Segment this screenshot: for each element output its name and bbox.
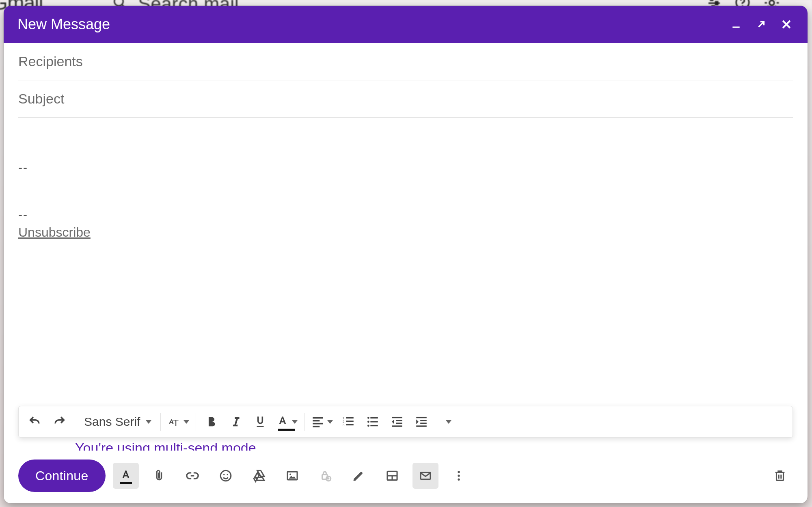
- subject-input[interactable]: [18, 91, 793, 107]
- svg-text:3: 3: [343, 423, 345, 427]
- svg-rect-5: [710, 0, 713, 0]
- svg-rect-26: [371, 417, 378, 419]
- compose-titlebar: New Message: [4, 6, 808, 43]
- unsubscribe-link[interactable]: Unsubscribe: [18, 225, 91, 240]
- numbered-list-button[interactable]: 123: [336, 410, 361, 434]
- svg-rect-36: [417, 425, 427, 427]
- svg-rect-6: [716, 2, 718, 4]
- font-name: Sans Serif: [84, 415, 140, 429]
- svg-point-24: [367, 421, 369, 423]
- svg-rect-33: [417, 417, 427, 418]
- chevron-down-icon: [446, 420, 451, 424]
- svg-rect-20: [346, 417, 354, 419]
- chevron-down-icon: [292, 420, 298, 424]
- multi-send-button[interactable]: [412, 463, 438, 489]
- svg-rect-31: [396, 423, 403, 424]
- more-formatting-button[interactable]: [441, 410, 457, 434]
- message-body[interactable]: -- -- Unsubscribe: [18, 118, 793, 402]
- insert-photo-button[interactable]: [279, 463, 305, 489]
- formatting-toolbar: Sans Serif T: [18, 406, 793, 438]
- text-color-button[interactable]: [272, 410, 301, 434]
- signature-separator-2: --: [18, 208, 786, 222]
- indent-increase-button[interactable]: [409, 410, 434, 434]
- svg-point-49: [458, 475, 460, 477]
- svg-point-48: [458, 471, 460, 473]
- underline-button[interactable]: [248, 410, 272, 434]
- chevron-down-icon: [327, 420, 333, 424]
- fullscreen-button[interactable]: [754, 17, 769, 32]
- undo-button[interactable]: [23, 410, 47, 434]
- indent-decrease-button[interactable]: [385, 410, 409, 434]
- svg-point-50: [458, 479, 460, 481]
- continue-button[interactable]: Continue: [18, 460, 106, 492]
- signature-separator: --: [18, 161, 786, 175]
- svg-rect-28: [371, 425, 378, 426]
- svg-rect-22: [346, 424, 354, 425]
- italic-button[interactable]: [224, 410, 248, 434]
- svg-rect-35: [421, 423, 427, 424]
- svg-rect-13: [313, 417, 324, 419]
- svg-point-10: [769, 0, 774, 5]
- redo-button[interactable]: [47, 410, 71, 434]
- insert-drive-button[interactable]: [246, 463, 272, 489]
- font-picker[interactable]: Sans Serif: [78, 410, 157, 434]
- svg-rect-27: [371, 421, 378, 422]
- discard-draft-button[interactable]: [767, 463, 793, 489]
- svg-rect-15: [313, 423, 324, 425]
- compose-title: New Message: [17, 16, 729, 33]
- more-options-button[interactable]: [446, 463, 472, 489]
- svg-rect-29: [392, 417, 403, 418]
- bottom-toolbar: Continue: [4, 451, 808, 503]
- compose-window: New Message -- -- Unsubscribe: [4, 6, 808, 503]
- svg-point-37: [220, 470, 231, 481]
- insert-signature-button[interactable]: [346, 463, 372, 489]
- select-layout-button[interactable]: [379, 463, 405, 489]
- subject-row[interactable]: [18, 80, 793, 118]
- svg-point-39: [227, 474, 228, 475]
- insert-link-button[interactable]: [179, 463, 205, 489]
- chevron-down-icon: [184, 420, 189, 424]
- svg-text:T: T: [173, 417, 179, 428]
- svg-rect-30: [396, 420, 403, 421]
- font-size-button[interactable]: T: [164, 410, 192, 434]
- svg-rect-34: [421, 420, 427, 421]
- minimize-button[interactable]: [729, 17, 743, 32]
- svg-point-41: [289, 474, 291, 475]
- recipients-input[interactable]: [18, 54, 793, 69]
- multi-send-notice: You're using multi-send mode: [18, 438, 793, 451]
- bulleted-list-button[interactable]: [361, 410, 385, 434]
- attach-files-button[interactable]: [146, 463, 172, 489]
- svg-rect-51: [777, 472, 784, 481]
- chevron-down-icon: [146, 420, 151, 424]
- svg-rect-32: [392, 425, 403, 427]
- svg-point-25: [367, 425, 369, 427]
- insert-emoji-button[interactable]: [213, 463, 239, 489]
- svg-rect-14: [313, 420, 320, 422]
- bold-button[interactable]: [199, 410, 224, 434]
- close-button[interactable]: [779, 17, 794, 32]
- svg-rect-16: [313, 426, 320, 427]
- recipients-row[interactable]: [18, 43, 793, 80]
- svg-point-23: [367, 417, 369, 419]
- confidential-mode-button: [313, 463, 339, 489]
- svg-rect-21: [346, 421, 354, 422]
- svg-rect-11: [732, 26, 739, 28]
- formatting-options-button[interactable]: [113, 463, 139, 489]
- align-button[interactable]: [308, 410, 336, 434]
- svg-point-38: [223, 474, 225, 475]
